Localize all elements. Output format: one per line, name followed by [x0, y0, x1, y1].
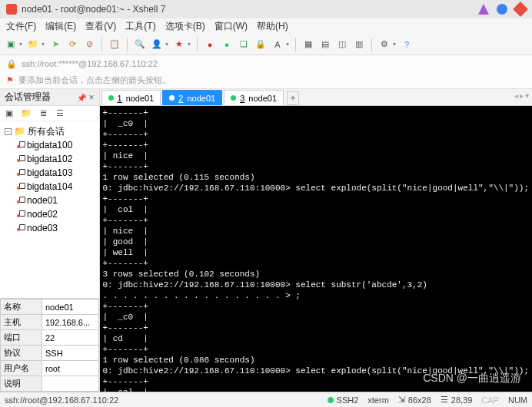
- tree-item-label: node02: [27, 209, 58, 220]
- profile-icon[interactable]: 👤: [151, 38, 163, 51]
- minimize-icon[interactable]: [478, 4, 489, 15]
- sb-view-icon[interactable]: ≣: [37, 108, 49, 120]
- status-ssh: SSH2: [337, 395, 359, 405]
- folder-icon: 📁: [14, 126, 25, 137]
- close-panel-icon[interactable]: ×: [88, 92, 94, 103]
- sb-list-icon[interactable]: ☰: [54, 108, 66, 120]
- status-bar: ssh://root@192.168.67.110:22 SSH2 xterm …: [0, 392, 532, 407]
- reconnect-icon[interactable]: ⟳: [66, 38, 78, 51]
- tree-item[interactable]: bigdata104: [2, 180, 98, 194]
- status-term: xterm: [367, 395, 389, 405]
- sb-folder-icon[interactable]: 📁: [20, 108, 32, 120]
- session-sidebar: 会话管理器 📌 × ▣ 📁 ≣ ☰ − 📁 所有会话 bigdata100 bi…: [0, 89, 100, 392]
- disconnect-icon[interactable]: ⊘: [83, 38, 95, 51]
- tree-item-label: bigdata100: [27, 140, 72, 151]
- tab-next-icon[interactable]: ▸: [520, 91, 524, 100]
- split-icon[interactable]: ◫: [336, 38, 348, 51]
- tip-bar: ⚑ 要添加当前会话，点击左侧的箭头按钮。: [0, 72, 532, 89]
- address-bar: 🔒 ssh://root:******@192.168.67.110:22: [0, 55, 532, 72]
- sidebar-title: 会话管理器: [5, 91, 51, 104]
- tree-item-label: node03: [27, 223, 58, 233]
- tree-item[interactable]: node03: [2, 221, 98, 235]
- bookmark-icon[interactable]: ★: [173, 38, 185, 51]
- tree-item[interactable]: node01: [2, 194, 98, 207]
- prop-key: 说明: [1, 376, 42, 392]
- host-icon: [17, 169, 25, 177]
- font-icon[interactable]: A: [271, 38, 284, 51]
- host-icon: [17, 210, 25, 218]
- tree-item-label: bigdata102: [27, 154, 72, 164]
- tab-1[interactable]: 1node01: [101, 90, 161, 105]
- status-address: ssh://root@192.168.67.110:22: [5, 395, 118, 405]
- prop-key: 名称: [1, 299, 42, 315]
- collapse-icon[interactable]: −: [5, 128, 12, 135]
- status-dot-icon: [108, 95, 114, 101]
- tab-prev-icon[interactable]: ◂: [514, 91, 518, 100]
- app-icon: [6, 4, 17, 15]
- red-dot-icon[interactable]: ●: [204, 38, 216, 51]
- host-icon: [17, 141, 25, 149]
- property-grid: 名称node01 主机192.168.6... 端口22 协议SSH 用户名ro…: [0, 298, 99, 392]
- window-icon[interactable]: ❏: [238, 38, 250, 51]
- search-icon[interactable]: 🔍: [134, 38, 146, 51]
- session-tree[interactable]: − 📁 所有会话 bigdata100 bigdata102 bigdata10…: [0, 121, 99, 298]
- flag-icon: ⚑: [6, 75, 14, 85]
- menu-edit[interactable]: 编辑(E): [45, 20, 76, 33]
- new-session-icon[interactable]: ▣: [5, 38, 17, 51]
- status-size: 86x28: [408, 395, 431, 405]
- tree-item-label: bigdata103: [27, 167, 72, 178]
- address-text[interactable]: ssh://root:******@192.168.67.110:22: [22, 59, 158, 68]
- view-icon[interactable]: ▥: [353, 38, 365, 51]
- maximize-icon[interactable]: [497, 4, 507, 15]
- terminal[interactable]: +-------+ | _c0 | +-------+ +-------+ | …: [100, 106, 533, 392]
- prop-val: SSH: [42, 346, 99, 361]
- green-dot-icon[interactable]: ●: [221, 38, 233, 51]
- tree-root-label: 所有会话: [28, 125, 65, 138]
- tab-3[interactable]: 3node01: [224, 90, 284, 105]
- help-icon[interactable]: ?: [401, 38, 413, 51]
- sb-new-icon[interactable]: ▣: [3, 108, 15, 120]
- menu-window[interactable]: 窗口(W): [214, 20, 248, 33]
- menu-help[interactable]: 帮助(H): [257, 20, 288, 33]
- prop-key: 用户名: [1, 361, 42, 376]
- menu-view[interactable]: 查看(V): [85, 20, 116, 33]
- tab-bar: 1node01 2node01 3node01 + ◂▸▾: [100, 89, 533, 106]
- cascade-icon[interactable]: ▤: [319, 38, 331, 51]
- tree-item[interactable]: node02: [2, 207, 98, 221]
- copy-icon[interactable]: 📋: [108, 38, 121, 51]
- status-pos: 28,39: [451, 395, 473, 405]
- prop-key: 协议: [1, 346, 42, 361]
- toolbar: ▣▾ 📁▾ ➤ ⟳ ⊘ 📋 🔍 👤▾ ★▾ ● ● ❏ 🔒 A▾ ▦ ▤ ◫ ▥…: [0, 34, 532, 55]
- tree-item[interactable]: bigdata100: [2, 138, 98, 152]
- titlebar: node01 - root@node01:~ - Xshell 7: [0, 0, 532, 18]
- tree-item[interactable]: bigdata103: [2, 166, 98, 180]
- cursor-icon: ☰: [441, 395, 448, 405]
- lock-toolbar-icon[interactable]: 🔒: [254, 38, 267, 51]
- tab-label: node01: [248, 94, 277, 103]
- tree-item[interactable]: bigdata102: [2, 152, 98, 166]
- prop-val: 192.168.6...: [42, 315, 99, 330]
- status-dot-icon: [231, 95, 236, 101]
- menu-tools[interactable]: 工具(T): [125, 20, 155, 33]
- prop-key: 端口: [1, 330, 42, 346]
- tab-menu-icon[interactable]: ▾: [525, 91, 529, 100]
- menu-tab[interactable]: 选项卡(B): [165, 20, 205, 33]
- pin-icon[interactable]: 📌: [77, 94, 86, 102]
- tile-icon[interactable]: ▦: [302, 38, 314, 51]
- tip-text: 要添加当前会话，点击左侧的箭头按钮。: [18, 74, 171, 86]
- menu-file[interactable]: 文件(F): [6, 20, 36, 33]
- resize-icon: ⇲: [398, 395, 405, 405]
- host-icon: [17, 155, 25, 163]
- tab-add-button[interactable]: +: [287, 91, 299, 105]
- tab-label: node01: [187, 94, 215, 103]
- host-icon: [17, 224, 25, 232]
- close-icon[interactable]: [513, 2, 528, 17]
- prop-val: [42, 376, 99, 392]
- tab-2[interactable]: 2node01: [162, 90, 222, 105]
- open-icon[interactable]: 📁: [27, 38, 39, 51]
- sidebar-toolbar: ▣ 📁 ≣ ☰: [0, 106, 99, 121]
- gear-icon[interactable]: ⚙: [378, 38, 391, 51]
- tree-root[interactable]: − 📁 所有会话: [2, 124, 98, 138]
- status-dot-icon: [169, 95, 175, 101]
- send-icon[interactable]: ➤: [49, 38, 62, 51]
